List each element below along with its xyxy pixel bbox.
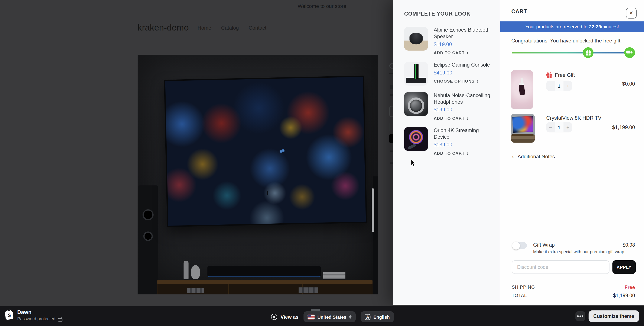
nav-contact[interactable]: Contact xyxy=(249,25,266,31)
eye-icon xyxy=(271,314,277,320)
us-flag-icon xyxy=(308,314,314,319)
cart-item-name: CrystalView 8K HDR TV xyxy=(546,115,602,121)
add-to-cart-link[interactable]: ADD TO CART › xyxy=(434,151,495,155)
action-label: ADD TO CART xyxy=(434,51,464,55)
language-selector[interactable]: A English xyxy=(360,311,394,322)
gift-milestone-icon xyxy=(583,47,594,58)
scrollbar-thumb[interactable] xyxy=(372,188,374,232)
add-to-cart-link[interactable]: ADD TO CART › xyxy=(434,116,495,120)
books xyxy=(323,272,346,279)
obscured-page-content xyxy=(390,94,393,96)
more-options-button[interactable] xyxy=(575,311,585,321)
mouse-cursor xyxy=(411,159,417,167)
decrease-qty-button[interactable]: − xyxy=(546,124,555,130)
shopify-admin-bar: S Dawn Password protected View as United… xyxy=(0,306,644,326)
cart-item-name-row: Free Gift xyxy=(546,72,575,78)
reserved-time: 22:29 xyxy=(589,24,601,29)
decrease-qty-button[interactable]: − xyxy=(546,83,555,89)
speaker-tower xyxy=(138,185,158,294)
close-cart-button[interactable]: ✕ xyxy=(626,8,636,19)
rewards-progress-bar xyxy=(512,47,635,58)
upsell-title: COMPLETE YOUR LOOK xyxy=(404,11,500,17)
cart-title: CART xyxy=(511,8,527,15)
view-as-label: View as xyxy=(280,314,298,319)
cart-item-name: Free Gift xyxy=(555,72,575,78)
updown-chevron-icon xyxy=(349,315,352,319)
toggle-knob xyxy=(512,242,520,249)
total-value: $1,199.00 xyxy=(613,293,635,298)
upsell-product-row: Nebula Noise-Cancelling Headphones $199.… xyxy=(404,92,500,120)
increase-qty-button[interactable]: + xyxy=(564,124,572,130)
increase-qty-button[interactable]: + xyxy=(564,83,572,89)
books xyxy=(298,287,318,293)
language-label: English xyxy=(373,314,390,319)
gift-wrap-toggle[interactable] xyxy=(512,242,527,249)
product-name: Orion 4K Streaming Device xyxy=(434,127,495,140)
free-gift-congrats-text: Congratulations! You have unlocked the f… xyxy=(511,38,622,44)
soundbar xyxy=(207,266,321,277)
free-shipping-milestone-icon xyxy=(624,47,635,58)
discount-code-input[interactable] xyxy=(512,260,610,274)
quantity-stepper: − 1 + xyxy=(546,81,572,91)
additional-notes-toggle[interactable]: › Additional Notes xyxy=(512,154,555,159)
choose-options-link[interactable]: CHOOSE OPTIONS › xyxy=(434,79,495,83)
product-name: Nebula Noise-Cancelling Headphones xyxy=(434,92,495,105)
hero-product-image[interactable] xyxy=(138,55,378,294)
upsell-product-row: Eclipse Gaming Console $419.00 CHOOSE OP… xyxy=(404,62,500,86)
chevron-right-icon: › xyxy=(477,79,479,83)
lock-icon xyxy=(58,317,62,321)
shipping-value: Free xyxy=(624,285,635,290)
cart-item-image-tv[interactable] xyxy=(511,114,535,143)
action-label: CHOOSE OPTIONS xyxy=(434,79,474,83)
reservation-banner: Your products are reserved for 22:29 min… xyxy=(500,21,644,32)
additional-notes-label: Additional Notes xyxy=(518,154,555,159)
theme-name: Dawn xyxy=(17,309,62,315)
vase xyxy=(184,261,188,279)
obscured-page-content xyxy=(390,85,393,89)
reserved-prefix: Your products are reserved for xyxy=(525,24,589,29)
chevron-right-icon: › xyxy=(467,116,469,120)
action-label: ADD TO CART xyxy=(434,116,464,120)
apply-discount-button[interactable]: APPLY xyxy=(612,260,636,274)
country-label: United States xyxy=(317,314,346,319)
quantity-value: 1 xyxy=(555,81,564,91)
shipping-label: SHIPPING xyxy=(512,285,535,290)
screenshot-root: Welcome to our store kraken-demo Home Ca… xyxy=(0,0,644,326)
cart-panel: CART ✕ Your products are reserved for 22… xyxy=(500,0,644,305)
product-name: Eclipse Gaming Console xyxy=(434,62,495,68)
shopify-logo-icon: S xyxy=(5,311,14,320)
product-price: $419.00 xyxy=(434,70,495,76)
product-image-orion-streamer[interactable] xyxy=(404,127,428,151)
quantity-value: 1 xyxy=(555,122,564,132)
store-status: Password protected xyxy=(17,316,56,321)
product-name: Alpine Echoes Bluetooth Speaker xyxy=(434,27,495,40)
quantity-stepper: − 1 + xyxy=(546,122,572,132)
cart-item-price: $1,199.00 xyxy=(612,125,635,130)
drag-handle[interactable] xyxy=(311,309,320,311)
store-header: kraken-demo Home Catalog Contact xyxy=(0,0,393,41)
store-logo[interactable]: kraken-demo xyxy=(138,23,189,33)
screen-glow xyxy=(262,180,287,206)
add-to-cart-link[interactable]: ADD TO CART › xyxy=(434,51,495,55)
view-as-button[interactable]: View as xyxy=(271,314,298,320)
translate-icon: A xyxy=(365,314,370,319)
close-icon: ✕ xyxy=(629,10,633,16)
gift-wrap-description: Make it extra special with our premium g… xyxy=(533,249,626,254)
chevron-right-icon: › xyxy=(467,151,469,155)
nav-catalog[interactable]: Catalog xyxy=(221,25,239,31)
nav-home[interactable]: Home xyxy=(198,25,211,31)
cart-item-price: $0.00 xyxy=(622,81,635,87)
product-image-nebula-headphones[interactable] xyxy=(404,92,428,116)
customize-theme-button[interactable]: Customize theme xyxy=(588,310,639,322)
upsell-product-row: Alpine Echoes Bluetooth Speaker $119.00 … xyxy=(404,27,500,55)
cart-item-name-row: CrystalView 8K HDR TV xyxy=(546,115,602,121)
gift-wrap-price: $0.98 xyxy=(623,242,635,248)
product-image-alpine-speaker[interactable] xyxy=(404,27,428,51)
product-image-eclipse-console[interactable] xyxy=(404,62,428,86)
product-price: $139.00 xyxy=(434,142,495,148)
cart-item-image-free-gift[interactable] xyxy=(511,70,533,109)
product-price: $119.00 xyxy=(434,42,495,47)
vase xyxy=(191,265,200,279)
country-selector[interactable]: United States xyxy=(304,311,356,322)
gift-icon xyxy=(546,73,552,78)
